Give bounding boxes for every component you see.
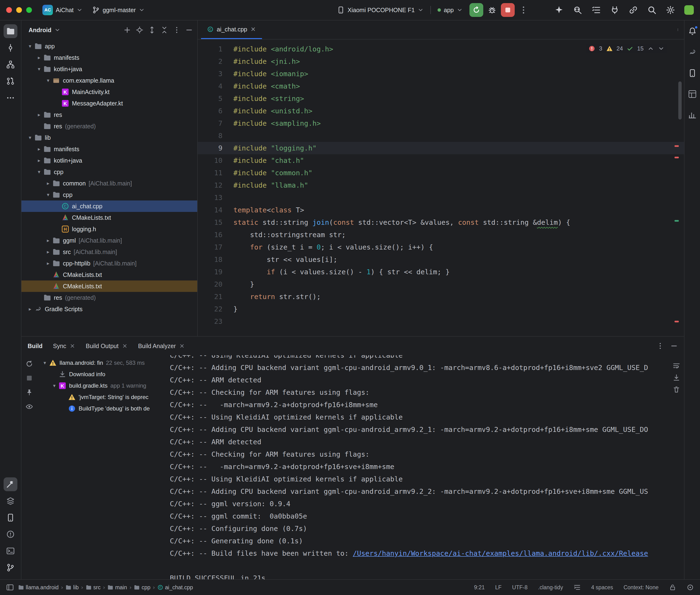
change-stripe-mark[interactable] — [674, 220, 679, 222]
tree-item-ggml[interactable]: ▸ggml[AiChat.lib.main] — [22, 235, 197, 246]
chevron-open-icon[interactable]: ▾ — [40, 360, 49, 366]
clang-tidy-widget[interactable]: .clang-tidy — [538, 584, 563, 591]
chevron-open-icon[interactable]: ▾ — [26, 43, 34, 49]
code-line-13[interactable]: 13 — [198, 192, 684, 204]
code-line-10[interactable]: 10#include "chat.h" — [198, 154, 684, 167]
code-line-7[interactable]: 7#include <sampling.h> — [198, 117, 684, 130]
indent-size[interactable]: 4 spaces — [591, 584, 613, 591]
hide-panel-icon[interactable] — [185, 26, 193, 34]
tree-item-cmakelists-txt[interactable]: CMakeLists.txt — [22, 212, 197, 223]
close-tab-icon[interactable]: ✕ — [251, 26, 256, 33]
code-line-4[interactable]: 4#include <cmath> — [198, 80, 684, 92]
chevron-closed-icon[interactable]: ▸ — [35, 158, 43, 163]
code-line-23[interactable]: 23 — [198, 315, 684, 328]
zoom-window-button[interactable] — [26, 7, 32, 13]
device-explorer-tool-button[interactable] — [4, 511, 18, 525]
code-line-6[interactable]: 6#include <unistd.h> — [198, 105, 684, 117]
terminal-tool-button[interactable] — [4, 544, 18, 558]
clear-console-icon[interactable] — [673, 386, 680, 393]
error-stripe-mark[interactable] — [674, 157, 679, 158]
chevron-open-icon[interactable]: ▾ — [26, 135, 34, 140]
breadcrumb-item-ai-chat-cpp[interactable]: Cai_chat.cpp — [158, 584, 193, 591]
chevron-open-icon[interactable]: ▾ — [35, 66, 43, 72]
context-widget[interactable]: Context: None — [623, 584, 659, 591]
tree-item-res[interactable]: ▸res — [22, 109, 197, 120]
code-line-8[interactable]: 8 — [198, 130, 684, 142]
locate-file-icon[interactable] — [136, 26, 143, 34]
chevron-closed-icon[interactable]: ▸ — [44, 237, 52, 243]
line-separator[interactable]: LF — [495, 584, 502, 591]
error-stripe-mark[interactable] — [674, 145, 679, 147]
build-panel-title[interactable]: Build — [28, 343, 43, 349]
problems-tool-button[interactable] — [4, 528, 18, 541]
next-problem-icon[interactable] — [658, 45, 665, 52]
resync-icon[interactable] — [26, 360, 33, 368]
code-line-2[interactable]: 2#include <jni.h> — [198, 55, 684, 67]
close-tab-icon[interactable] — [69, 343, 75, 349]
code-line-14[interactable]: 14template<class T> — [198, 204, 684, 216]
search-everywhere-icon[interactable] — [647, 5, 657, 15]
build-tab-build-analyzer[interactable]: Build Analyzer — [138, 343, 185, 349]
tree-item-res[interactable]: res(generated) — [22, 120, 197, 132]
app-insights-button[interactable] — [685, 108, 699, 122]
build-console[interactable]: C/C++: -- Using KleidiAI optimized kerne… — [168, 355, 684, 579]
pin-icon[interactable] — [26, 389, 33, 396]
debug-icon[interactable] — [487, 5, 497, 15]
plugins-icon[interactable] — [610, 5, 619, 15]
minimize-window-button[interactable] — [16, 7, 22, 13]
version-control-tool-button[interactable] — [4, 561, 18, 574]
task-list-icon[interactable] — [591, 5, 601, 15]
tree-item-gradle-scripts[interactable]: ▸Gradle Scripts — [22, 303, 197, 315]
chevron-closed-icon[interactable]: ▸ — [35, 112, 43, 118]
tree-item-kotlin-java[interactable]: ▸kotlin+java — [22, 155, 197, 166]
breadcrumb-item-src[interactable]: src — [86, 584, 101, 591]
code-line-19[interactable]: 19 if (i < values.size() - 1) { str << d… — [198, 266, 684, 278]
close-window-button[interactable] — [6, 7, 12, 13]
file-encoding[interactable]: UTF-8 — [512, 584, 528, 591]
tree-item-cmakelists-txt[interactable]: CMakeLists.txt — [22, 269, 197, 281]
code-line-15[interactable]: 15static std::string join(const std::vec… — [198, 216, 684, 229]
tree-item-logging-h[interactable]: Hlogging.h — [22, 223, 197, 235]
tree-item-com-example-llama[interactable]: ▾com.example.llama — [22, 75, 197, 86]
more-options-icon[interactable] — [656, 342, 664, 350]
chevron-open-icon[interactable]: ▾ — [50, 383, 59, 389]
tree-item-lib[interactable]: ▾lib — [22, 132, 197, 143]
chevron-closed-icon[interactable]: ▸ — [44, 249, 52, 255]
build-tab-build-output[interactable]: Build Output — [86, 343, 128, 349]
search-actions-icon[interactable] — [573, 5, 582, 15]
layout-inspector-button[interactable] — [685, 87, 699, 101]
code-line-21[interactable]: 21 return str.str(); — [198, 290, 684, 303]
commit-tool-button[interactable] — [4, 41, 18, 55]
code-line-22[interactable]: 22} — [198, 303, 684, 315]
code-editor[interactable]: 1#include <android/log.h>2#include <jni.… — [198, 39, 684, 336]
chevron-open-icon[interactable]: ▾ — [35, 169, 43, 175]
tree-item-src[interactable]: ▸src[AiChat.lib.main] — [22, 246, 197, 258]
settings-gear-icon[interactable] — [666, 5, 675, 15]
chevron-closed-icon[interactable]: ▸ — [35, 55, 43, 60]
tree-item-cmakelists-txt[interactable]: CMakeLists.txt — [22, 281, 197, 292]
app-inspection-tool-button[interactable] — [4, 494, 18, 508]
chevron-open-icon[interactable]: ▾ — [44, 192, 52, 198]
preview-eye-icon[interactable] — [26, 403, 33, 410]
tree-item-res[interactable]: res(generated) — [22, 292, 197, 303]
ai-assistant-icon[interactable] — [554, 5, 564, 15]
rerun-button[interactable] — [470, 3, 483, 17]
soft-wrap-icon[interactable] — [673, 362, 680, 370]
editor-tab-ai-chat-cpp[interactable]: C ai_chat.cpp ✕ — [201, 21, 262, 39]
indent-icon[interactable] — [573, 584, 581, 591]
breadcrumb-item-cpp[interactable]: cpp — [134, 584, 150, 591]
tree-item-download-info[interactable]: Download info — [37, 369, 168, 380]
build-tab-sync[interactable]: Sync — [53, 343, 76, 349]
code-line-5[interactable]: 5#include <string> — [198, 92, 684, 105]
code-line-3[interactable]: 3#include <iomanip> — [198, 67, 684, 80]
tree-item-ai-chat-cpp[interactable]: Cai_chat.cpp — [22, 200, 197, 212]
chevron-down-icon[interactable] — [54, 27, 60, 33]
more-actions-icon[interactable] — [519, 5, 528, 15]
more-options-icon[interactable] — [173, 26, 180, 34]
inspections-widget[interactable]: 3 24 15 — [586, 44, 667, 53]
tree-item-kotlin-java[interactable]: ▾kotlin+java — [22, 63, 197, 75]
tree-item-common[interactable]: ▸common[AiChat.lib.main] — [22, 178, 197, 189]
tool-window-toggle-icon[interactable] — [6, 584, 14, 591]
tree-item-manifests[interactable]: ▸manifests — [22, 52, 197, 63]
build-tool-button[interactable] — [4, 477, 18, 491]
